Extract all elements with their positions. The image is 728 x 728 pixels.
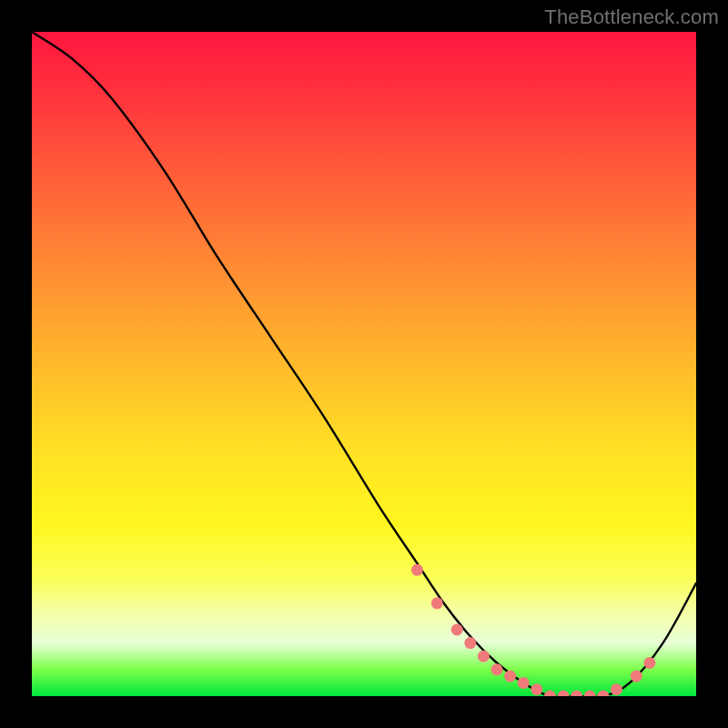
highlight-dot xyxy=(504,671,516,682)
highlight-dot xyxy=(464,637,476,649)
highlight-dot xyxy=(558,691,570,697)
highlight-dot xyxy=(544,691,556,697)
curve-layer xyxy=(32,32,696,696)
highlight-dot xyxy=(431,597,443,609)
highlight-dot xyxy=(491,663,503,675)
highlight-dot xyxy=(478,651,490,662)
highlight-dot xyxy=(643,657,655,669)
highlight-dot xyxy=(631,671,642,682)
highlight-dot xyxy=(584,691,596,697)
highlight-dot xyxy=(611,683,622,695)
highlight-dot xyxy=(411,564,423,576)
bottleneck-curve xyxy=(32,32,696,696)
highlight-dot xyxy=(531,683,542,695)
highlight-dot xyxy=(518,677,530,689)
watermark-text: TheBottleneck.com xyxy=(544,5,719,29)
plot-area xyxy=(32,32,696,696)
highlight-dots xyxy=(411,564,656,696)
highlight-dot xyxy=(571,691,582,697)
highlight-dot xyxy=(451,624,463,636)
chart-frame: TheBottleneck.com xyxy=(0,0,728,728)
highlight-dot xyxy=(597,691,609,697)
